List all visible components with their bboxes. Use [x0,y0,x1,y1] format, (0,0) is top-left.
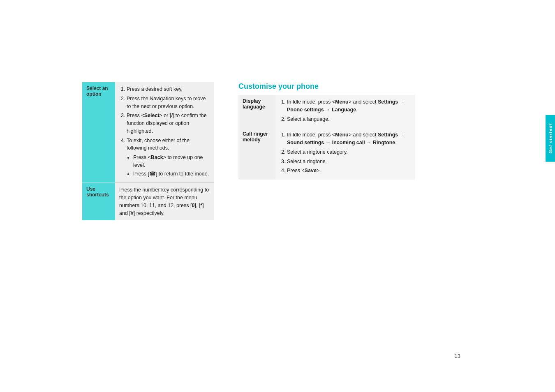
cr-step-2: Select a ringtone category. [287,148,411,156]
step-2: Press the Navigation keys to move to the… [127,95,210,111]
shortcuts-label: Use shortcuts [82,183,115,221]
customise-title: Customise your phone [238,82,415,91]
page-number: 13 [455,353,460,359]
dl-step-1: In Idle mode, press <Menu> and select Se… [287,98,411,114]
dl-step-2: Select a language. [287,115,411,123]
call-ringer-content: In Idle mode, press <Menu> and select Se… [275,128,415,180]
display-language-label: Display language [238,95,275,128]
bullet-2: Press [☎] to return to Idle mode. [133,170,210,178]
select-option-table: Select an option Press a desired soft ke… [82,82,214,220]
shortcuts-content: Press the number key corresponding to th… [115,183,214,221]
call-ringer-label: Call ringer melody [238,128,275,180]
side-tab: Get started! [546,115,555,162]
bullet-1: Press <Back> to move up one level. [133,154,210,169]
cr-step-3: Select a ringtone. [287,158,411,166]
customise-table: Display language In Idle mode, press <Me… [238,95,415,180]
step-4: To exit, choose either of the following … [127,137,210,178]
select-option-label: Select an option [82,82,115,183]
customise-section: Customise your phone Display language In… [238,82,415,220]
display-language-content: In Idle mode, press <Menu> and select Se… [275,95,415,128]
step-3: Press <Select> or [i] to confirm the fun… [127,112,210,135]
select-option-content: Press a desired soft key. Press the Navi… [115,82,214,183]
step-1: Press a desired soft key. [127,85,210,93]
cr-step-1: In Idle mode, press <Menu> and select Se… [287,131,411,147]
cr-step-4: Press <Save>. [287,167,411,175]
